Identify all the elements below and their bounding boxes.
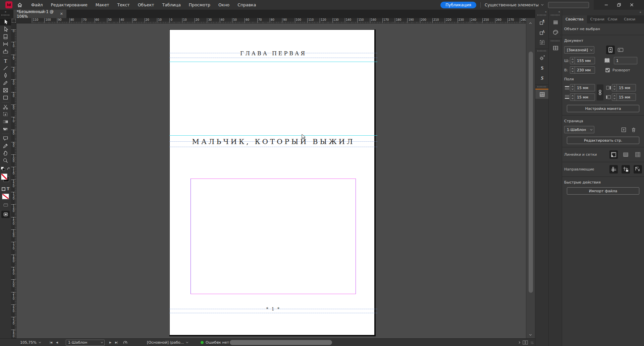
fill-stroke-control[interactable] [0, 172, 11, 186]
vertical-ruler[interactable]: 0102030405060708090100110120130140150160… [11, 23, 16, 338]
type-tool[interactable]: T [0, 57, 11, 64]
pen-tool[interactable] [0, 72, 11, 79]
view-options-icon[interactable] [3, 203, 8, 207]
scroll-up-icon[interactable] [529, 22, 532, 25]
close-button[interactable] [628, 2, 635, 8]
orientation-landscape-button[interactable] [616, 46, 625, 54]
height-stepper[interactable] [570, 67, 575, 73]
frame-grid-icon[interactable] [535, 37, 549, 47]
gap-tool[interactable] [0, 41, 11, 48]
scroll-down-icon[interactable] [529, 333, 532, 336]
horizontal-scrollbar-thumb[interactable] [230, 340, 332, 345]
menu-Текст[interactable]: Текст [113, 0, 134, 10]
gradient-tool[interactable] [0, 118, 11, 125]
line-tool[interactable] [0, 65, 11, 72]
panel-collapse-icon[interactable]: » [562, 10, 644, 15]
publish-button[interactable]: Публикация [440, 2, 476, 8]
resize-grip-icon[interactable] [531, 341, 533, 344]
horizontal-ruler[interactable]: 1101009080706050403020100102030405060708… [11, 18, 526, 23]
zoom-tool[interactable] [0, 157, 11, 164]
scroll-left-icon[interactable] [217, 341, 219, 344]
pages-count-field[interactable]: 1 [614, 57, 637, 64]
home-icon[interactable] [17, 2, 22, 8]
width-field[interactable]: 155 мм [570, 57, 595, 64]
glyphs-icon[interactable]: TУШД [535, 89, 549, 99]
page-tool[interactable] [0, 33, 11, 40]
menu-Макет[interactable]: Макет [92, 0, 113, 10]
rectangle-tool[interactable] [0, 94, 11, 101]
toolbar-collapse-icon[interactable]: » [0, 10, 11, 14]
scissors-tool[interactable] [0, 103, 11, 111]
menu-Таблица[interactable]: Таблица [158, 0, 185, 10]
default-fill-stroke-icon[interactable] [1, 167, 5, 171]
formatting-text-icon[interactable]: T [7, 187, 9, 191]
show-guides-icon[interactable] [609, 165, 618, 174]
screen-mode-button[interactable] [1, 211, 10, 218]
restore-button[interactable] [615, 2, 623, 8]
page-select-dropdown[interactable]: 1-Шаблон [66, 340, 105, 346]
preflight-icon[interactable] [123, 339, 128, 346]
page-size-preset-dropdown[interactable]: [Заказной] [564, 46, 594, 54]
search-input[interactable] [548, 2, 589, 8]
formatting-container-icon[interactable] [2, 187, 5, 191]
minimize-button[interactable] [602, 2, 610, 8]
swap-fill-stroke-icon[interactable] [6, 167, 10, 171]
dock-drag-handle[interactable] [537, 14, 546, 16]
object-styles-icon[interactable]: ¶ [535, 17, 549, 27]
stock-variant-icon[interactable]: S [535, 73, 549, 83]
dock-drag-handle[interactable] [551, 14, 560, 16]
apply-none-button[interactable] [2, 194, 9, 199]
pencil-tool[interactable] [0, 79, 11, 86]
first-page-button[interactable]: |◀ [50, 341, 52, 344]
toolbar-drag-handle[interactable] [1, 14, 10, 16]
menu-Окно[interactable]: Окно [214, 0, 233, 10]
panel-tab-Свойства[interactable]: Свойства [562, 15, 587, 23]
document-tab[interactable]: *Безымянный-1 @ 106% ✕ [13, 10, 66, 18]
add-page-icon[interactable] [620, 127, 627, 132]
link-margins-icon[interactable] [597, 84, 603, 100]
note-tool[interactable] [0, 135, 11, 142]
content-collector-tool[interactable] [0, 48, 11, 55]
orientation-portrait-button[interactable] [606, 46, 615, 54]
close-tab-icon[interactable]: ✕ [60, 12, 63, 16]
pasteboard[interactable]: ГЛАВА ПЕРВАЯ МАЛЬЧИК, КОТОРЫЙ ВЫЖИЛ * 1 … [16, 23, 526, 338]
zoom-level-control[interactable]: 105,75% [20, 339, 40, 346]
menu-Файл[interactable]: Файл [27, 0, 47, 10]
horizontal-scrollbar[interactable] [221, 340, 517, 345]
swatches-icon[interactable] [549, 27, 562, 37]
page-number-text[interactable]: * 1 * [169, 307, 377, 312]
margin-bottom-field[interactable]: 15 мм [570, 93, 595, 101]
facing-pages-checkbox[interactable] [605, 68, 610, 72]
rulers-toggle-icon[interactable] [609, 150, 618, 159]
smart-guides-icon[interactable] [634, 165, 642, 174]
menu-Редактирование[interactable]: Редактирование [47, 0, 92, 10]
vertical-scrollbar-thumb[interactable] [529, 52, 533, 293]
text-frame[interactable] [191, 179, 356, 294]
stock-icon[interactable]: S [535, 63, 549, 73]
margin-outside-field[interactable]: 15 мм [612, 84, 636, 91]
panel-tab-Страницы[interactable]: Страницы [587, 15, 604, 23]
workspace-switcher[interactable]: Существенные элементы [485, 3, 543, 7]
lock-guides-icon[interactable] [622, 165, 630, 174]
menu-Справка[interactable]: Справка [233, 0, 260, 10]
menu-Просмотр[interactable]: Просмотр [185, 0, 214, 10]
hand-tool[interactable] [0, 150, 11, 157]
vertical-scrollbar[interactable] [526, 18, 535, 338]
menu-Объект[interactable]: Объект [134, 0, 158, 10]
page-dropdown[interactable]: 1-Шаблон [564, 126, 594, 133]
document-grid-icon[interactable] [634, 150, 642, 159]
width-stepper[interactable] [570, 57, 575, 64]
panel-tab-Связи[interactable]: Связи [621, 15, 639, 23]
next-page-button[interactable]: ▶ [109, 341, 111, 344]
fill-swatch[interactable] [1, 174, 7, 180]
baseline-grid-icon[interactable] [622, 150, 630, 159]
selection-tool[interactable] [0, 18, 11, 25]
margin-inside-field[interactable]: 15 мм [612, 93, 636, 101]
edit-page-button[interactable]: Редактировать стр. [567, 137, 639, 144]
height-field[interactable]: 230 мм [570, 66, 595, 74]
delete-page-icon[interactable] [630, 127, 637, 132]
spread-view-icon[interactable] [523, 340, 528, 345]
frame-tool[interactable] [0, 87, 11, 94]
import-file-button[interactable]: Импорт файла [567, 187, 639, 195]
dock-collapse-icon[interactable]: « [535, 10, 548, 14]
